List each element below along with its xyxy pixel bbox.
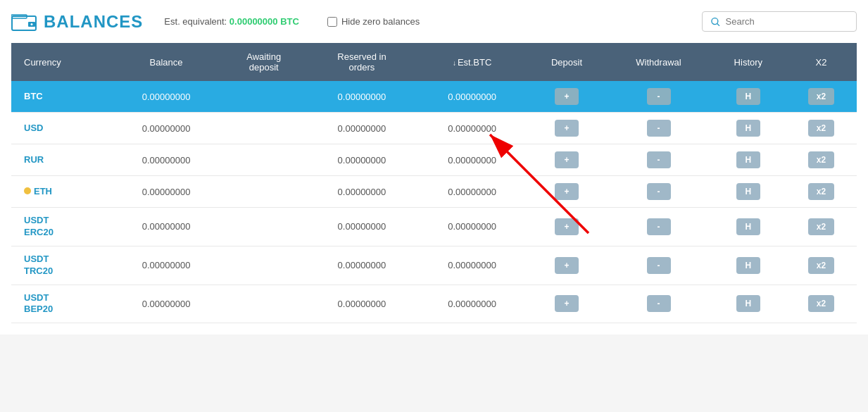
history-button[interactable]: H [736, 120, 760, 137]
x2-cell: x2 [786, 144, 857, 176]
table-row: USDTTRC200.000000000.000000000.00000000+… [11, 246, 857, 285]
reserved-cell: 0.00000000 [306, 113, 417, 144]
col-history: History [711, 43, 786, 81]
withdrawal-button[interactable]: - [647, 295, 671, 312]
deposit-cell: + [527, 81, 607, 113]
deposit-button[interactable]: + [555, 120, 579, 137]
awaiting-cell [221, 285, 306, 323]
withdrawal-cell: - [606, 246, 710, 285]
deposit-button[interactable]: + [555, 151, 579, 168]
balance-cell: 0.00000000 [111, 208, 221, 246]
deposit-cell: + [527, 176, 607, 208]
col-reserved: Reserved inorders [306, 43, 417, 81]
estbtc-cell: 0.00000000 [417, 176, 527, 208]
currency-cell: RUR [11, 144, 111, 176]
search-input[interactable] [726, 16, 848, 27]
col-deposit: Deposit [527, 43, 607, 81]
table-header-row: Currency Balance Awaitingdeposit Reserve… [11, 43, 857, 81]
reserved-cell: 0.00000000 [306, 246, 417, 285]
estbtc-cell: 0.00000000 [417, 285, 527, 323]
title-group: BALANCES [11, 12, 143, 32]
history-button[interactable]: H [736, 151, 760, 168]
x2-button[interactable]: x2 [808, 183, 834, 200]
history-cell: H [711, 176, 786, 208]
table-wrapper: ⚙ Currency Balance Awaitingdeposit Reser… [11, 43, 857, 323]
history-cell: H [711, 285, 786, 323]
x2-button[interactable]: x2 [808, 257, 834, 274]
withdrawal-button[interactable]: - [647, 88, 671, 105]
col-currency: Currency [11, 43, 111, 81]
reserved-cell: 0.00000000 [306, 176, 417, 208]
estbtc-cell: 0.00000000 [417, 246, 527, 285]
estbtc-cell: 0.00000000 [417, 81, 527, 113]
deposit-button[interactable]: + [555, 183, 579, 200]
deposit-button[interactable]: + [555, 218, 579, 235]
x2-button[interactable]: x2 [808, 120, 834, 137]
history-button[interactable]: H [736, 218, 760, 235]
table-row: USDTBEP200.000000000.000000000.00000000+… [11, 285, 857, 323]
eth-dot-icon [24, 187, 31, 194]
awaiting-cell [221, 208, 306, 246]
deposit-button[interactable]: + [555, 295, 579, 312]
x2-cell: x2 [786, 113, 857, 144]
col-estbtc[interactable]: ↓Est.BTC [417, 43, 527, 81]
x2-button[interactable]: x2 [808, 88, 834, 105]
estbtc-cell: 0.00000000 [417, 113, 527, 144]
history-button[interactable]: H [736, 295, 760, 312]
history-cell: H [711, 144, 786, 176]
reserved-cell: 0.00000000 [306, 285, 417, 323]
balance-cell: 0.00000000 [111, 144, 221, 176]
withdrawal-button[interactable]: - [647, 218, 671, 235]
col-balance: Balance [111, 43, 221, 81]
est-label: Est. equivalent: 0.00000000 BTC [164, 16, 299, 27]
search-box [702, 11, 857, 32]
est-value: 0.00000000 BTC [229, 16, 299, 27]
balance-cell: 0.00000000 [111, 176, 221, 208]
currency-cell: BTC [11, 81, 111, 113]
reserved-cell: 0.00000000 [306, 208, 417, 246]
search-icon [711, 17, 720, 27]
withdrawal-button[interactable]: - [647, 257, 671, 274]
estbtc-cell: 0.00000000 [417, 208, 527, 246]
reserved-cell: 0.00000000 [306, 144, 417, 176]
deposit-button[interactable]: + [555, 88, 579, 105]
x2-cell: x2 [786, 285, 857, 323]
svg-line-5 [717, 23, 719, 25]
x2-button[interactable]: x2 [808, 218, 834, 235]
withdrawal-button[interactable]: - [647, 183, 671, 200]
deposit-cell: + [527, 144, 607, 176]
currency-cell: USDTBEP20 [11, 285, 111, 323]
col-x2: X2 [786, 43, 857, 81]
table-row: USDTERC200.000000000.000000000.00000000+… [11, 208, 857, 246]
col-awaiting: Awaitingdeposit [221, 43, 306, 81]
withdrawal-button[interactable]: - [647, 120, 671, 137]
sort-arrow-icon: ↓ [453, 59, 456, 67]
history-button[interactable]: H [736, 88, 760, 105]
estbtc-cell: 0.00000000 [417, 144, 527, 176]
deposit-cell: + [527, 246, 607, 285]
x2-button[interactable]: x2 [808, 295, 834, 312]
deposit-cell: + [527, 113, 607, 144]
history-cell: H [711, 113, 786, 144]
table-row: ETH0.000000000.000000000.00000000+-Hx2 [11, 176, 857, 208]
x2-cell: x2 [786, 208, 857, 246]
x2-button[interactable]: x2 [808, 151, 834, 168]
x2-cell: x2 [786, 176, 857, 208]
page-container: BALANCES Est. equivalent: 0.00000000 BTC… [0, 0, 868, 335]
header: BALANCES Est. equivalent: 0.00000000 BTC… [11, 11, 857, 32]
awaiting-cell [221, 113, 306, 144]
deposit-cell: + [527, 285, 607, 323]
withdrawal-button[interactable]: - [647, 151, 671, 168]
history-cell: H [711, 81, 786, 113]
deposit-button[interactable]: + [555, 257, 579, 274]
history-button[interactable]: H [736, 183, 760, 200]
withdrawal-cell: - [606, 81, 710, 113]
hide-zero-checkbox[interactable] [327, 17, 337, 27]
balance-cell: 0.00000000 [111, 113, 221, 144]
currency-cell: USD [11, 113, 111, 144]
balance-cell: 0.00000000 [111, 246, 221, 285]
currency-cell: USDTTRC20 [11, 246, 111, 285]
withdrawal-cell: - [606, 208, 710, 246]
history-button[interactable]: H [736, 257, 760, 274]
awaiting-cell [221, 144, 306, 176]
